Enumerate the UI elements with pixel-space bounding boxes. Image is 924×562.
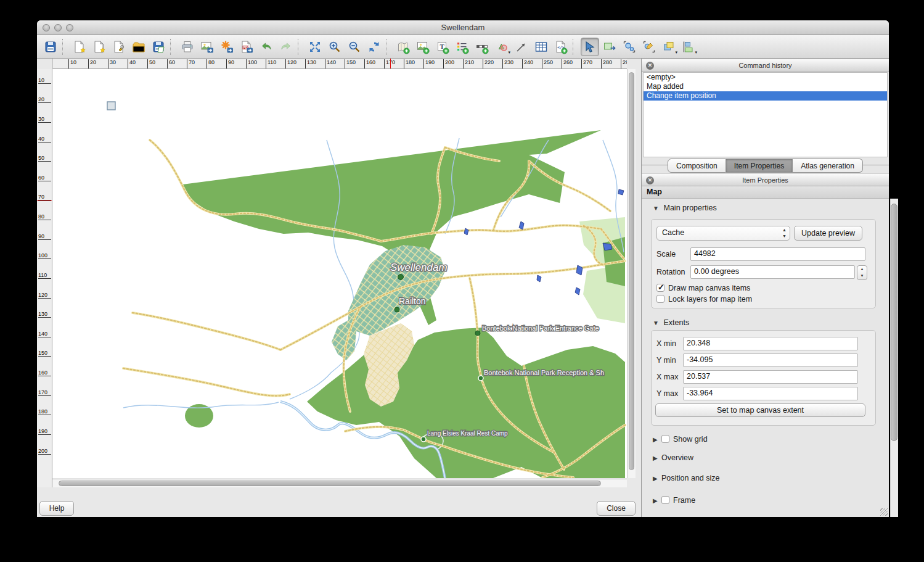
zoom-to-item-icon (642, 39, 656, 54)
ruler-mark-left: 80 (38, 213, 51, 220)
item-properties-content: ▼ Main properties Cache ▲▼ Update previe… (642, 199, 889, 517)
panel-resize-grip[interactable] (880, 508, 888, 516)
zoom-out-button[interactable] (345, 38, 364, 56)
update-preview-button[interactable]: Update preview (794, 226, 862, 241)
help-button[interactable]: Help (39, 501, 74, 516)
load-template-button[interactable] (129, 38, 148, 56)
gate-marker (475, 331, 480, 336)
x-min-input[interactable]: 20.348 (683, 337, 858, 350)
item-type-header: Map (642, 186, 889, 199)
lock-layers-checkbox[interactable] (656, 295, 664, 303)
ruler-mark-top: 240 (522, 59, 533, 69)
composer-manager-button[interactable] (110, 38, 128, 56)
title-bar[interactable]: Swellendam (37, 20, 889, 35)
rotation-spinner[interactable]: ▲▼ (857, 265, 867, 280)
scale-input[interactable]: 44982 (690, 247, 865, 261)
reception-marker (478, 376, 483, 381)
command-history-item[interactable]: <empty> (644, 73, 887, 82)
y-min-input[interactable]: -34.095 (683, 353, 858, 367)
add-image-button[interactable] (414, 38, 432, 56)
zoom-to-item-button[interactable] (640, 38, 658, 56)
ruler-mark-left: 200 (38, 448, 51, 455)
command-history-item[interactable]: Change item position (644, 91, 887, 101)
add-label-button[interactable]: T (433, 38, 452, 56)
expand-triangle-icon[interactable]: ▶ (653, 475, 661, 482)
add-legend-button[interactable] (453, 38, 472, 56)
ruler-mark-left: 100 (38, 252, 51, 259)
close-button[interactable]: Close (597, 501, 636, 516)
command-history-item[interactable]: Map added (644, 82, 887, 91)
close-item-properties-icon[interactable]: ✕ (646, 176, 654, 184)
camp-marker (421, 437, 426, 442)
section-show-grid[interactable]: ▶Show grid (653, 435, 708, 444)
expand-triangle-icon[interactable]: ▶ (653, 497, 661, 504)
draw-map-canvas-items-checkbox[interactable] (656, 284, 664, 292)
item-properties-title: Item Properties (742, 176, 788, 184)
composer-item-small[interactable] (107, 102, 115, 110)
section-frame[interactable]: ▶Frame (653, 496, 695, 505)
raise-items-button[interactable]: ▾ (660, 38, 678, 56)
save-project-button[interactable] (41, 38, 60, 56)
undo-button[interactable] (257, 38, 276, 56)
collapse-triangle-icon[interactable]: ▼ (653, 205, 661, 212)
canvas-vertical-scrollbar[interactable] (627, 69, 636, 478)
draw-map-canvas-items-row[interactable]: Draw map canvas items (656, 284, 750, 292)
export-svg-button[interactable] (218, 38, 236, 56)
zoom-in-icon (327, 39, 342, 54)
add-attribute-table-button[interactable] (532, 38, 550, 56)
tab-item-properties[interactable]: Item Properties (726, 159, 793, 173)
redo-button[interactable] (277, 38, 295, 56)
move-item-content-button[interactable] (600, 38, 619, 56)
add-new-map-button[interactable] (394, 38, 412, 56)
command-history-list[interactable]: <empty>Map addedChange item position (643, 72, 888, 157)
canvas-vertical-scroll-thumb[interactable] (629, 72, 634, 470)
add-scalebar-icon (475, 39, 489, 54)
save-as-template-button[interactable] (149, 38, 168, 56)
panel-scrollbar-thumb[interactable] (891, 204, 897, 441)
edit-nodes-item-button[interactable] (620, 38, 639, 56)
composer-window: Swellendam PDFT▾</>▾▾ 102030405060708090… (37, 20, 889, 517)
add-arrow-button[interactable] (512, 38, 531, 56)
ruler-mark-left: 40 (38, 136, 51, 143)
expand-triangle-icon[interactable]: ▶ (653, 455, 661, 461)
zoom-in-button[interactable] (325, 38, 344, 56)
print-button[interactable] (178, 38, 197, 56)
add-scalebar-button[interactable] (473, 38, 491, 56)
show-grid-checkbox[interactable] (661, 435, 669, 443)
extents-section-header[interactable]: ▼ Extents (653, 318, 689, 327)
x-max-label: X max (656, 373, 678, 381)
ruler-mark-left: 130 (38, 311, 51, 318)
map-canvas[interactable]: Swellendam Railton Bontebok National Par… (52, 69, 627, 478)
add-html-frame-button[interactable]: </> (552, 38, 570, 56)
new-composition-button[interactable] (70, 38, 89, 56)
ruler-mark-top: 160 (364, 59, 375, 69)
align-items-button[interactable]: ▾ (679, 38, 698, 56)
section-position-and-size[interactable]: ▶Position and size (653, 474, 720, 482)
canvas-horizontal-scrollbar[interactable] (52, 479, 627, 487)
zoom-full-button[interactable] (306, 38, 324, 56)
set-to-map-canvas-extent-button[interactable]: Set to map canvas extent (655, 403, 865, 417)
refresh-view-button[interactable] (365, 38, 383, 56)
tab-atlas-generation[interactable]: Atlas generation (793, 159, 863, 173)
expand-triangle-icon[interactable]: ▶ (653, 436, 661, 443)
duplicate-composition-button[interactable] (90, 38, 108, 56)
main-properties-section-header[interactable]: ▼ Main properties (653, 204, 717, 212)
section-overview[interactable]: ▶Overview (653, 453, 693, 462)
ruler-mark-top: 120 (285, 59, 296, 69)
lock-layers-row[interactable]: Lock layers for map item (656, 295, 752, 304)
map-mode-select[interactable]: Cache ▲▼ (656, 226, 790, 241)
export-image-button[interactable] (198, 38, 216, 56)
y-max-input[interactable]: -33.964 (683, 387, 858, 400)
export-pdf-button[interactable]: PDF (237, 38, 256, 56)
save-as-template-icon (151, 39, 166, 54)
ruler-mark-left: 110 (38, 272, 51, 279)
x-max-input[interactable]: 20.537 (683, 370, 858, 384)
select-move-item-button[interactable] (581, 38, 599, 56)
frame-checkbox[interactable] (661, 496, 669, 504)
collapse-triangle-icon[interactable]: ▼ (653, 320, 661, 326)
add-shape-button[interactable]: ▾ (493, 38, 511, 56)
close-command-history-icon[interactable]: ✕ (646, 62, 654, 70)
rotation-input[interactable]: 0.00 degrees (690, 265, 855, 279)
canvas-horizontal-scroll-thumb[interactable] (59, 481, 601, 486)
tab-composition[interactable]: Composition (668, 159, 726, 173)
